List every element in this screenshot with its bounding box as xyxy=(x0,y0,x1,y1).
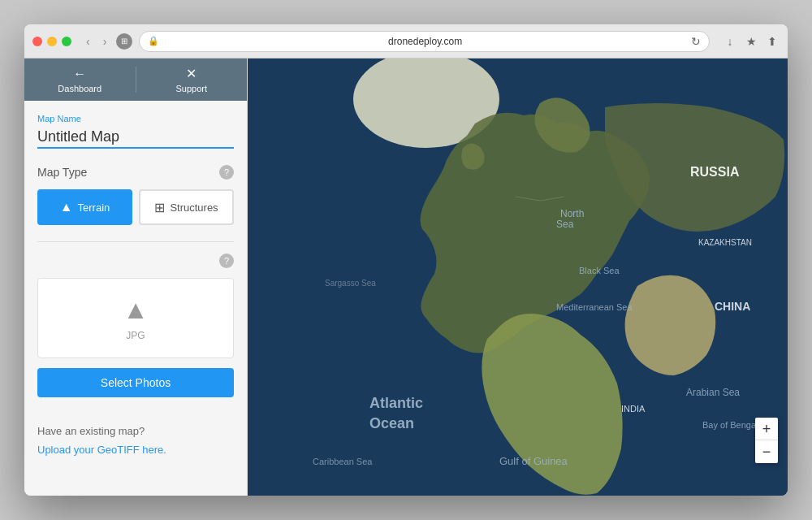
download-icon[interactable]: ↓ xyxy=(723,34,737,49)
forward-button[interactable]: › xyxy=(100,33,110,50)
svg-text:Sargasso Sea: Sargasso Sea xyxy=(325,279,376,288)
map-type-help-icon[interactable]: ? xyxy=(219,165,234,180)
svg-text:CHINA: CHINA xyxy=(715,300,750,313)
structures-icon: ⊞ xyxy=(154,200,165,215)
svg-text:Mediterranean Sea: Mediterranean Sea xyxy=(556,302,633,312)
svg-text:Ocean: Ocean xyxy=(369,415,414,431)
svg-text:Bay of Bengal: Bay of Bengal xyxy=(702,420,758,430)
browser-content: ← Dashboard ✕ Support Map Name Map Type xyxy=(24,58,788,496)
terrain-icon: ▲ xyxy=(60,200,73,214)
map-name-label: Map Name xyxy=(37,114,234,124)
upload-help-icon[interactable]: ? xyxy=(219,254,234,268)
svg-text:Gulf of Guinea: Gulf of Guinea xyxy=(499,455,568,467)
svg-text:Caribbean Sea: Caribbean Sea xyxy=(313,457,373,466)
browser-chrome: ‹ › ⊞ 🔒 dronedeploy.com ↻ ↓ ★ ⬆ xyxy=(24,24,788,58)
minimize-button[interactable] xyxy=(47,37,57,46)
svg-text:RUSSIA: RUSSIA xyxy=(690,165,740,179)
upload-mountain-icon: ▲ xyxy=(123,295,149,325)
upload-box: ▲ JPG xyxy=(37,278,234,358)
support-label: Support xyxy=(175,84,207,93)
svg-text:Black Sea: Black Sea xyxy=(579,266,620,275)
terrain-button[interactable]: ▲ Terrain xyxy=(37,189,132,225)
maximize-button[interactable] xyxy=(62,37,71,46)
map-svg: RUSSIA CHINA KAZAKHSTAN INDIA North Sea … xyxy=(248,58,788,496)
close-button[interactable] xyxy=(32,37,42,46)
upload-file-type: JPG xyxy=(126,330,145,341)
svg-text:Arabian Sea: Arabian Sea xyxy=(686,387,740,398)
support-button[interactable]: ✕ Support xyxy=(136,58,248,101)
sidebar: ← Dashboard ✕ Support Map Name Map Type xyxy=(24,58,248,496)
dashboard-label: Dashboard xyxy=(58,84,102,93)
zoom-out-button[interactable]: − xyxy=(755,440,778,463)
refresh-button[interactable]: ↻ xyxy=(691,35,701,48)
share-icon[interactable]: ⬆ xyxy=(765,34,780,49)
svg-text:Sea: Sea xyxy=(556,219,574,230)
map-type-label: Map Type xyxy=(37,166,87,179)
sidebar-body: Map Name Map Type ? ▲ Terrain ⊞ xyxy=(24,101,247,496)
lock-icon: 🔒 xyxy=(148,36,159,46)
map-name-input[interactable] xyxy=(37,127,234,149)
page-icon: ⊞ xyxy=(116,33,132,50)
browser-toolbar-right: ↓ ★ ⬆ xyxy=(723,34,780,49)
upload-section-wrapper: ? ▲ JPG Select Photos xyxy=(37,241,234,414)
back-button[interactable]: ‹ xyxy=(83,33,93,50)
map-zoom-controls: + − xyxy=(755,418,778,463)
svg-text:North: North xyxy=(560,208,584,219)
select-photos-button[interactable]: Select Photos xyxy=(37,368,234,397)
sidebar-header: ← Dashboard ✕ Support xyxy=(24,58,247,101)
svg-text:KAZAKHSTAN: KAZAKHSTAN xyxy=(698,238,752,247)
structures-button[interactable]: ⊞ Structures xyxy=(139,189,234,225)
geotiff-upload-link[interactable]: Upload your GeoTIFF here. xyxy=(37,444,166,456)
support-icon: ✕ xyxy=(186,66,197,81)
upload-section-help: ? xyxy=(37,254,234,268)
existing-map-text: Have an existing map? xyxy=(37,425,234,437)
map-area[interactable]: RUSSIA CHINA KAZAKHSTAN INDIA North Sea … xyxy=(248,58,788,496)
traffic-lights xyxy=(32,37,71,46)
svg-text:Atlantic: Atlantic xyxy=(369,395,423,411)
address-bar[interactable]: 🔒 dronedeploy.com ↻ xyxy=(139,31,710,52)
bookmark-icon[interactable]: ★ xyxy=(744,34,758,49)
svg-text:INDIA: INDIA xyxy=(621,404,646,414)
zoom-in-button[interactable]: + xyxy=(755,418,778,440)
dashboard-button[interactable]: ← Dashboard xyxy=(24,58,136,101)
url-text: dronedeploy.com xyxy=(164,36,686,47)
map-type-section-header: Map Type ? xyxy=(37,165,234,180)
map-type-buttons: ▲ Terrain ⊞ Structures xyxy=(37,189,234,225)
back-arrow-icon: ← xyxy=(73,67,86,81)
structures-label: Structures xyxy=(170,202,218,214)
terrain-label: Terrain xyxy=(78,202,110,214)
browser-window: ‹ › ⊞ 🔒 dronedeploy.com ↻ ↓ ★ ⬆ ← Dashbo… xyxy=(24,24,788,496)
existing-map-section: Have an existing map? Upload your GeoTIF… xyxy=(37,425,234,457)
